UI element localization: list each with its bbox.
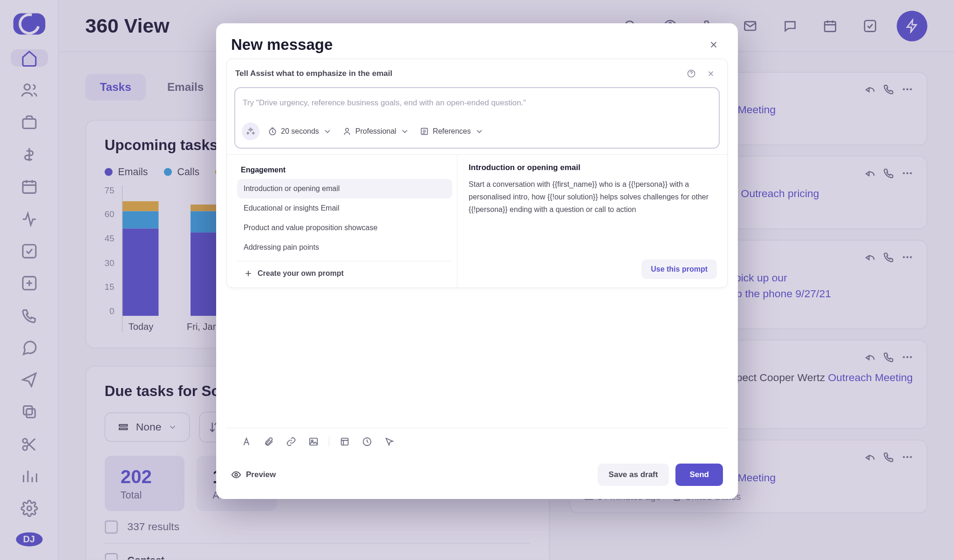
save-draft-button[interactable]: Save as draft <box>598 464 669 486</box>
link-icon[interactable] <box>284 435 298 449</box>
image-icon[interactable] <box>307 435 320 449</box>
svg-point-46 <box>346 128 349 131</box>
close-icon[interactable] <box>703 66 719 82</box>
prompt-pain-points[interactable]: Addressing pain points <box>237 238 452 257</box>
prompt-educational[interactable]: Educational or insights Email <box>237 198 452 218</box>
preview-button[interactable]: Preview <box>231 470 276 480</box>
assist-input[interactable] <box>235 88 719 118</box>
attachment-icon[interactable] <box>262 435 276 449</box>
engagement-label: Engagement <box>241 166 449 174</box>
create-prompt-button[interactable]: Create your own prompt <box>237 261 452 279</box>
svg-rect-48 <box>310 438 318 445</box>
cursor-icon[interactable] <box>382 435 396 449</box>
send-button[interactable]: Send <box>675 464 723 486</box>
compose-toolbar <box>226 428 728 455</box>
help-icon[interactable] <box>683 66 699 82</box>
prompt-preview-title: Introduction or opening email <box>469 163 717 172</box>
prompt-value-prop[interactable]: Product and value proposition showcase <box>237 218 452 238</box>
prompt-intro-email[interactable]: Introduction or opening email <box>237 179 452 198</box>
prompt-preview-body: Start a conversation with {{first_name}}… <box>469 178 717 216</box>
svg-rect-50 <box>341 438 348 445</box>
svg-point-52 <box>235 473 238 476</box>
schedule-icon[interactable] <box>360 435 374 449</box>
text-style-icon[interactable] <box>239 435 253 449</box>
use-prompt-button[interactable]: Use this prompt <box>641 260 717 279</box>
assist-label: Tell Assist what to emphasize in the ema… <box>235 69 392 78</box>
template-icon[interactable] <box>338 435 352 449</box>
assist-panel: Tell Assist what to emphasize in the ema… <box>226 59 728 288</box>
tone-select[interactable]: Professional <box>341 124 411 139</box>
modal-title: New message <box>231 36 333 54</box>
new-message-modal: New message Tell Assist what to emphasiz… <box>216 23 738 499</box>
close-icon[interactable] <box>704 35 723 54</box>
read-time-select[interactable]: 20 seconds <box>266 124 334 139</box>
references-select[interactable]: References <box>418 124 486 139</box>
ai-wand-icon[interactable] <box>242 123 259 140</box>
